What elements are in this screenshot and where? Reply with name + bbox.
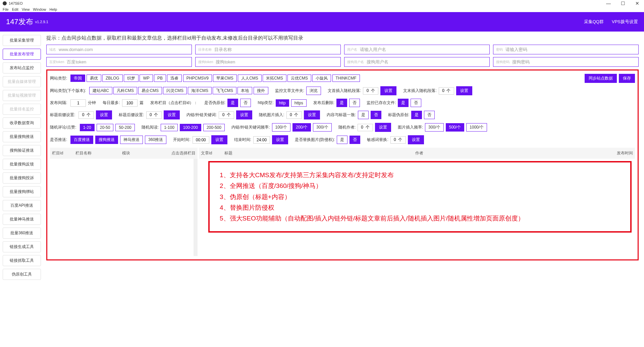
replace-img-no[interactable]: 否 xyxy=(350,136,360,144)
next-version-type-6[interactable]: 本地 xyxy=(237,87,252,94)
cred2-input-0[interactable] xyxy=(67,59,189,64)
link-keyword-set[interactable]: 设置 xyxy=(236,110,252,119)
random-comment-opt-2[interactable]: 50-200 xyxy=(115,124,135,131)
title-prefix-set[interactable]: 设置 xyxy=(96,110,112,119)
insert-head-set[interactable]: 设置 xyxy=(380,86,396,95)
cred1-input-1[interactable] xyxy=(214,47,338,52)
sidebar-item-0[interactable]: 批量采集管理 xyxy=(3,35,41,46)
site-type-9[interactable]: 人人CMS xyxy=(238,75,262,82)
content-title-same-yes[interactable]: 是 xyxy=(358,111,369,119)
next-version-type-4[interactable]: 海洋CMS xyxy=(188,87,212,94)
site-type-6[interactable]: 迅睿 xyxy=(167,75,182,82)
sidebar-item-11[interactable]: 批量搜狗绑站 xyxy=(3,186,41,197)
start-time-set[interactable]: 设置 xyxy=(211,135,227,144)
title-prefix-input[interactable] xyxy=(78,111,94,119)
img-freq-opt-1[interactable]: 500/个 xyxy=(446,123,464,132)
menu-file[interactable]: File xyxy=(3,7,9,11)
qq-group-link[interactable]: 采集QQ群 xyxy=(584,19,604,25)
interval-input[interactable] xyxy=(70,99,86,107)
cred1-input-3[interactable] xyxy=(505,47,636,52)
cred1-input-2[interactable] xyxy=(360,47,487,52)
vps-dial-link[interactable]: VPS拨号设置 xyxy=(612,19,638,25)
img-freq-opt-0[interactable]: 300/个 xyxy=(425,123,443,132)
random-read-opt-0[interactable]: 1-100 xyxy=(161,124,178,131)
next-version-type-7[interactable]: 搜外 xyxy=(254,87,268,94)
https-opt[interactable]: https xyxy=(291,99,307,107)
pseudo-no[interactable]: 否 xyxy=(240,99,251,107)
close-button[interactable]: ✕ xyxy=(633,1,641,6)
next-version-type-2[interactable]: 易企CMS xyxy=(138,87,162,94)
save-button[interactable]: 保存 xyxy=(619,74,635,83)
start-time-input[interactable] xyxy=(193,136,209,144)
link-freq-opt-0[interactable]: 100/个 xyxy=(272,123,290,132)
sync-site-button[interactable]: 同步站点数据 xyxy=(585,74,617,83)
monitor-exist-yes[interactable]: 是 xyxy=(398,99,409,107)
sidebar-item-12[interactable]: 百度API推送 xyxy=(3,200,41,211)
content-title-same-no[interactable]: 否 xyxy=(371,111,381,119)
cred2-input-3[interactable] xyxy=(512,59,636,64)
insert-head-input[interactable] xyxy=(363,87,378,95)
end-time-input[interactable] xyxy=(253,136,270,144)
sidebar-item-15[interactable]: 链接生成工具 xyxy=(3,241,41,252)
delete-after-yes[interactable]: 是 xyxy=(336,99,347,107)
sidebar-item-9[interactable]: 批量搜狗反馈 xyxy=(3,159,41,170)
next-version-type-3[interactable]: 闪灵CMS xyxy=(163,87,187,94)
sidebar-item-2[interactable]: 发布站点监控 xyxy=(3,62,41,73)
site-type-1[interactable]: 易优 xyxy=(87,75,101,82)
random-read-opt-1[interactable]: 100-200 xyxy=(180,124,201,131)
next-version-type-5[interactable]: 飞飞CMS xyxy=(213,87,236,94)
sidebar-item-8[interactable]: 搜狗验证推送 xyxy=(3,145,41,156)
sidebar-item-1[interactable]: 批量发布管理 xyxy=(3,49,41,60)
random-img-input[interactable] xyxy=(286,111,302,119)
site-type-11[interactable]: 云优CMS xyxy=(287,75,311,82)
site-type-10[interactable]: 米拓CMS xyxy=(263,75,286,82)
pseudo-yes[interactable]: 是 xyxy=(227,99,238,107)
sensitive-replace-set[interactable]: 设置 xyxy=(408,135,424,144)
sensitive-replace-input[interactable] xyxy=(390,136,406,144)
push-sogou[interactable]: 搜狗推送 xyxy=(95,136,118,144)
random-comment-opt-0[interactable]: 1-20 xyxy=(80,124,95,131)
menu-help[interactable]: Help xyxy=(49,7,57,11)
next-version-type-0[interactable]: 建站ABC xyxy=(89,87,112,94)
replace-img-yes[interactable]: 是 xyxy=(337,136,347,144)
img-freq-opt-2[interactable]: 1000/个 xyxy=(466,123,487,132)
sidebar-item-6[interactable]: 收录数据查询 xyxy=(3,117,41,129)
sidebar-item-13[interactable]: 批量神马推送 xyxy=(3,214,41,225)
cred2-input-2[interactable] xyxy=(367,59,487,64)
http-opt[interactable]: http xyxy=(276,99,289,107)
site-type-0[interactable]: 帝国 xyxy=(70,75,85,82)
push-shenma[interactable]: 神马推送 xyxy=(120,136,143,144)
title-suffix-input[interactable] xyxy=(146,111,162,119)
cred2-input-1[interactable] xyxy=(216,59,338,64)
maximize-button[interactable]: ☐ xyxy=(619,1,627,6)
delete-after-no[interactable]: 否 xyxy=(349,99,360,107)
site-type-7[interactable]: PHPCMSV9 xyxy=(183,75,212,82)
monitor-exist-no[interactable]: 否 xyxy=(411,99,421,107)
title-pseudo-no[interactable]: 否 xyxy=(424,111,435,119)
site-type-13[interactable]: THINKCMF xyxy=(332,75,360,82)
next-version-type-1[interactable]: 凡科CMS xyxy=(113,87,137,94)
link-freq-opt-2[interactable]: 300/个 xyxy=(313,123,331,132)
site-type-2[interactable]: ZBLOG xyxy=(102,75,123,82)
sidebar-item-17[interactable]: 伪原创工具 xyxy=(3,269,41,280)
random-author-input[interactable] xyxy=(358,124,373,131)
site-type-12[interactable]: 小旋风 xyxy=(312,75,331,82)
random-read-opt-2[interactable]: 200-500 xyxy=(203,124,225,131)
random-comment-opt-1[interactable]: 20-50 xyxy=(97,124,114,131)
push-baidu[interactable]: 百度推送 xyxy=(70,136,93,144)
menu-window[interactable]: Window xyxy=(33,7,46,11)
insert-tail-input[interactable] xyxy=(439,87,454,95)
end-time-set[interactable]: 设置 xyxy=(272,135,288,144)
push-360[interactable]: 360推送 xyxy=(145,136,166,144)
site-type-4[interactable]: WP xyxy=(140,75,153,82)
menu-edit[interactable]: Edit xyxy=(12,7,18,11)
daily-max-input[interactable] xyxy=(122,99,138,107)
site-type-3[interactable]: 织梦 xyxy=(124,75,139,82)
sidebar-item-16[interactable]: 链接抓取工具 xyxy=(3,255,41,266)
insert-tail-set[interactable]: 设置 xyxy=(456,86,472,95)
link-keyword-input[interactable] xyxy=(219,111,234,119)
random-author-set[interactable]: 设置 xyxy=(375,123,391,132)
site-type-5[interactable]: PB xyxy=(154,75,166,82)
site-type-8[interactable]: 苹果CMS xyxy=(213,75,237,82)
sidebar-item-7[interactable]: 批量搜狗推送 xyxy=(3,131,41,142)
